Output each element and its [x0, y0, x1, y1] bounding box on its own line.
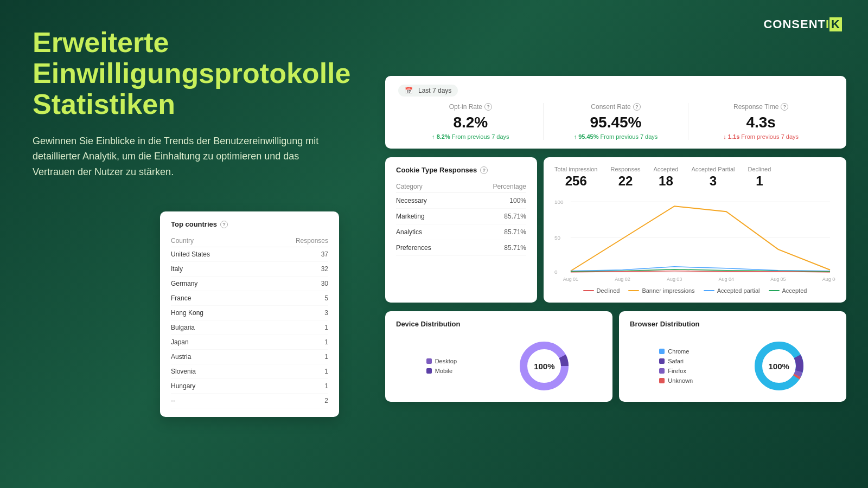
metric-label: Total impression — [554, 166, 597, 172]
table-row: Hong Kong3 — [171, 306, 328, 320]
table-row: Bulgaria1 — [171, 320, 328, 335]
device-panel-title: Device Distribution — [396, 320, 602, 328]
svg-text:Aug 02: Aug 02 — [615, 277, 630, 282]
legend-item: Banner impressions — [628, 287, 694, 294]
legend-item: Unknown — [659, 377, 693, 384]
table-row: --2 — [171, 394, 328, 408]
browser-dist-inner: Chrome Safari Firefox Unknown 100% — [630, 339, 835, 393]
stat-change: ↑ 95.45% From previous 7 days — [552, 133, 680, 140]
countries-info-icon: ? — [220, 221, 228, 228]
bottom-row: Device Distribution Desktop Mobile 100% — [385, 311, 846, 402]
col-percentage: Percentage — [463, 181, 526, 193]
svg-text:50: 50 — [554, 235, 561, 241]
legend-label: Banner impressions — [642, 287, 694, 294]
hero-description: Gewinnen Sie Einblicke in die Trends der… — [33, 133, 336, 180]
legend-item: Firefox — [659, 368, 693, 374]
svg-text:100: 100 — [554, 199, 564, 205]
col-category: Category — [396, 181, 463, 193]
legend-label: Safari — [668, 358, 684, 364]
stat-info-icon: ? — [484, 103, 492, 111]
chart-svg: 100 50 0 Aug 01 Aug 02 Aug 03 Aug 04 Aug… — [554, 195, 835, 282]
countries-table: Country Responses United States37Italy32… — [171, 235, 328, 408]
browser-donut-label: 100% — [769, 362, 789, 371]
svg-text:Aug 01: Aug 01 — [563, 277, 578, 282]
cookie-panel-title: Cookie Type Responses ? — [396, 166, 526, 174]
metric-item: Accepted Partial 3 — [691, 166, 735, 189]
table-row: Hungary1 — [171, 379, 328, 394]
stats-card: 📅 Last 7 days Opt-in Rate ? 8.2% ↑ 8.2% … — [385, 76, 846, 149]
svg-text:Aug 04: Aug 04 — [719, 277, 734, 282]
date-badge[interactable]: 📅 Last 7 days — [398, 85, 458, 97]
legend-label: Mobile — [435, 368, 452, 374]
device-dist-inner: Desktop Mobile 100% — [396, 339, 602, 393]
stat-label: Opt-in Rate ? — [407, 103, 534, 111]
logo-tik: I — [826, 17, 829, 31]
metric-item: Total impression 256 — [554, 166, 597, 189]
table-row: Analytics85.71% — [396, 224, 526, 240]
calendar-icon: 📅 — [405, 87, 413, 94]
browser-legend: Chrome Safari Firefox Unknown — [659, 348, 693, 384]
stat-value: 4.3s — [697, 114, 825, 131]
chart-panel: Total impression 256 Responses 22 Accept… — [544, 157, 846, 303]
stat-item: Consent Rate ? 95.45% ↑ 95.45% From prev… — [544, 103, 689, 140]
metric-label: Responses — [610, 166, 640, 172]
cards-area: 📅 Last 7 days Opt-in Rate ? 8.2% ↑ 8.2% … — [385, 76, 846, 402]
browser-panel-title: Browser Distribution — [630, 320, 835, 328]
table-row: France5 — [171, 291, 328, 306]
legend-label: Accepted partial — [717, 287, 760, 294]
dot-icon — [659, 378, 665, 383]
device-donut-label: 100% — [534, 362, 554, 371]
legend-label: Accepted — [782, 287, 807, 294]
cookie-table: Category Percentage Necessary100%Marketi… — [396, 181, 526, 256]
cookie-panel: Cookie Type Responses ? Category Percent… — [385, 157, 537, 303]
metric-item: Responses 22 — [610, 166, 640, 189]
legend-line-icon — [769, 290, 780, 291]
stat-change: ↑ 8.2% From previous 7 days — [407, 133, 534, 140]
stats-row: Opt-in Rate ? 8.2% ↑ 8.2% From previous … — [398, 103, 833, 140]
metric-value: 22 — [610, 174, 640, 189]
metric-value: 18 — [654, 174, 679, 189]
dot-icon — [659, 358, 665, 364]
col-responses: Responses — [257, 235, 328, 247]
device-panel: Device Distribution Desktop Mobile 100% — [385, 311, 612, 402]
stat-info-icon: ? — [633, 103, 641, 111]
table-row: United States37 — [171, 247, 328, 262]
svg-text:Aug 06: Aug 06 — [822, 277, 835, 282]
legend-label: Desktop — [435, 358, 457, 364]
countries-title: Top countries ? — [171, 220, 328, 228]
logo-k: K — [829, 17, 842, 31]
legend-label: Chrome — [668, 348, 689, 355]
logo-consent: CONSENT — [763, 17, 826, 31]
legend-item: Mobile — [426, 368, 457, 374]
dot-icon — [426, 358, 432, 364]
dot-icon — [426, 368, 432, 374]
table-row: Marketing85.71% — [396, 209, 526, 224]
table-row: Japan1 — [171, 335, 328, 350]
metric-item: Declined 1 — [748, 166, 771, 189]
legend-line-icon — [628, 290, 639, 291]
stat-info-icon: ? — [781, 103, 788, 111]
metric-value: 256 — [554, 174, 597, 189]
legend-line-icon — [583, 290, 594, 291]
legend-label: Firefox — [668, 368, 686, 374]
metric-item: Accepted 18 — [654, 166, 679, 189]
metric-value: 3 — [691, 174, 735, 189]
col-country: Country — [171, 235, 257, 247]
logo: CONSENTIK — [763, 17, 842, 31]
stat-label: Consent Rate ? — [552, 103, 680, 111]
chart-svg-wrapper: 100 50 0 Aug 01 Aug 02 Aug 03 Aug 04 Aug… — [554, 195, 835, 284]
device-donut: 100% — [517, 339, 571, 393]
hero-title: Erweiterte Einwilligungsprotokolle Stati… — [33, 27, 336, 120]
svg-text:Aug 05: Aug 05 — [770, 277, 786, 282]
mid-row: Cookie Type Responses ? Category Percent… — [385, 157, 846, 303]
stat-value: 95.45% — [552, 114, 680, 131]
stat-item: Response Time ? 4.3s ↓ 1.1s From previou… — [688, 103, 833, 140]
legend-item: Chrome — [659, 348, 693, 355]
metric-label: Accepted — [654, 166, 679, 172]
legend-item: Declined — [583, 287, 620, 294]
table-row: Preferences85.71% — [396, 240, 526, 256]
table-row: Necessary100% — [396, 193, 526, 209]
legend-line-icon — [704, 290, 714, 291]
cookie-info-icon: ? — [480, 166, 488, 174]
legend-label: Declined — [597, 287, 620, 294]
